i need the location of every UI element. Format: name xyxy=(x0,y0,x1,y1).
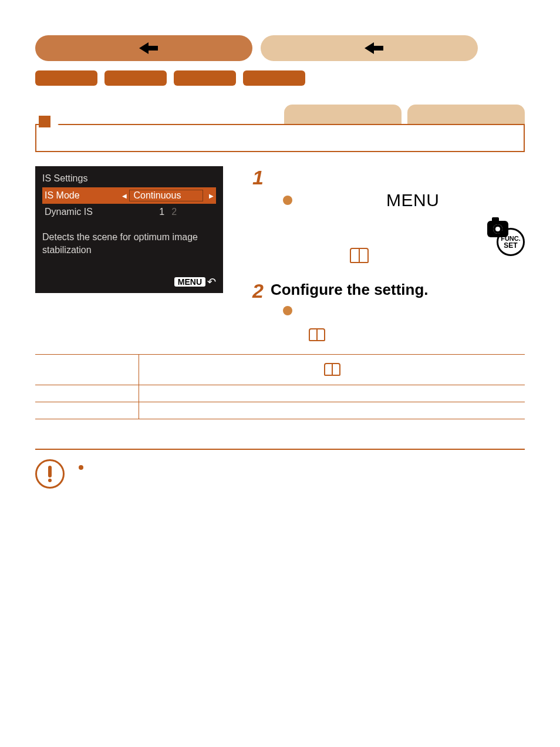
book-icon xyxy=(309,328,325,341)
step-title-2: Configure the setting. xyxy=(271,281,429,299)
camera-row-is-mode: IS Mode ◀ Continuous ▶ xyxy=(42,187,216,204)
menu-word: MENU xyxy=(386,190,439,210)
book-icon xyxy=(350,248,369,263)
camera-row-value: Continuous xyxy=(129,190,203,201)
camera-screen-description: Detects the scene for optimum image stab… xyxy=(42,231,216,256)
tab-2[interactable] xyxy=(104,70,167,86)
triangle-left-icon: ◀ xyxy=(122,193,127,199)
warning-icon xyxy=(35,459,65,489)
bullet-icon xyxy=(283,306,292,315)
camera-screen-title: IS Settings xyxy=(42,173,216,184)
table-row xyxy=(35,355,525,385)
camera-screen: IS Settings IS Mode ◀ Continuous ▶ Dynam… xyxy=(35,166,223,293)
right-tab-1[interactable] xyxy=(284,105,402,124)
right-tabs xyxy=(35,105,525,124)
arrow-left-icon xyxy=(139,42,149,54)
desc-cell xyxy=(139,355,525,385)
mode-cell xyxy=(35,355,139,385)
camera-row-label: IS Mode xyxy=(45,190,122,201)
book-icon xyxy=(324,363,340,376)
frame-notch-icon xyxy=(39,116,50,127)
step-number-1: 1 xyxy=(252,166,264,189)
is-modes-table xyxy=(35,354,525,419)
warning-block xyxy=(35,459,525,489)
func-set-icon: FUNC. SET xyxy=(497,228,525,256)
mode-cell xyxy=(35,402,139,419)
table-row xyxy=(35,402,525,419)
camera-menu-button: MENU xyxy=(174,277,205,287)
camera-row-label: Dynamic IS xyxy=(45,207,122,217)
camera-row-value: 1 xyxy=(159,207,164,217)
right-tab-2[interactable] xyxy=(407,105,525,124)
undo-icon: ↶ xyxy=(207,275,216,288)
step-number-2: 2 xyxy=(252,280,264,302)
nav-back-light[interactable] xyxy=(261,35,478,61)
divider xyxy=(35,449,525,450)
arrow-left-icon xyxy=(365,42,374,54)
triangle-right-icon: ▶ xyxy=(209,193,214,199)
desc-cell xyxy=(139,385,525,402)
tab-4[interactable] xyxy=(243,70,305,86)
camera-row-dim: 2 xyxy=(171,207,177,217)
tab-3[interactable] xyxy=(174,70,236,86)
content-frame xyxy=(35,124,525,152)
tab-1[interactable] xyxy=(35,70,97,86)
table-row xyxy=(35,385,525,402)
nav-back-dark[interactable] xyxy=(35,35,252,61)
tab-bar xyxy=(35,70,525,86)
desc-cell xyxy=(139,402,525,419)
mode-cell xyxy=(35,385,139,402)
camera-row-dynamic-is: Dynamic IS 12 xyxy=(42,204,216,220)
bullet-icon xyxy=(283,196,292,205)
bullet-icon xyxy=(79,465,83,470)
